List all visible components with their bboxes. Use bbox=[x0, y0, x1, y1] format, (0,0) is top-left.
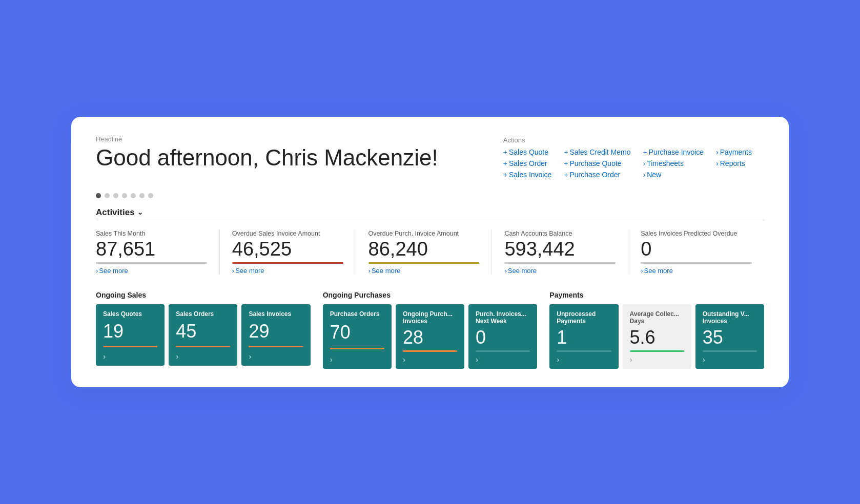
card-ongoing-purch-invoices-chevron-icon: › bbox=[403, 355, 457, 364]
card-ongoing-purch-invoices-bar bbox=[403, 350, 457, 352]
card-purchase-orders-value: 70 bbox=[330, 322, 384, 343]
card-ongoing-purch-invoices-label: Ongoing Purch... Invoices bbox=[403, 310, 457, 325]
metric-bar-1 bbox=[232, 262, 343, 264]
card-unprocessed-payments-bar bbox=[557, 350, 611, 352]
card-avg-coll-days-value: 5.6 bbox=[630, 327, 684, 348]
action-sales-credit-memo[interactable]: +Sales Credit Memo bbox=[564, 148, 630, 156]
card-outstanding-vendor-chevron-icon: › bbox=[703, 355, 757, 364]
card-unprocessed-payments-value: 1 bbox=[557, 327, 611, 348]
metric-bar-3 bbox=[504, 262, 616, 264]
activities-section: Activities ⌄ Sales This Month 87,651 ›Se… bbox=[96, 207, 764, 275]
action-sales-quote[interactable]: +Sales Quote bbox=[503, 148, 551, 156]
card-sales-invoices-bar bbox=[249, 346, 303, 347]
card-purchase-orders-chevron-icon: › bbox=[330, 355, 384, 364]
ongoing-sales-section: Ongoing Sales Sales Quotes 19 › Sales Or… bbox=[96, 291, 311, 369]
card-sales-invoices-chevron-icon: › bbox=[249, 352, 303, 361]
action-timesheets[interactable]: ›Timesheets bbox=[643, 159, 704, 167]
metric-sales-predicted: Sales Invoices Predicted Overdue 0 ›See … bbox=[641, 229, 764, 275]
ongoing-purchases-section: Ongoing Purchases Purchase Orders 70 › O… bbox=[323, 291, 538, 369]
card-outstanding-vendor-invoices[interactable]: Outstanding V... Invoices 35 › bbox=[695, 304, 764, 369]
pagination-dots bbox=[96, 193, 764, 198]
card-purch-invoices-next-week-value: 0 bbox=[476, 327, 530, 348]
card-purch-invoices-next-week-label: Purch. Invoices... Next Week bbox=[476, 310, 530, 325]
payments-section: Payments Unprocessed Payments 1 › Averag… bbox=[549, 291, 764, 369]
activities-chevron-down-icon[interactable]: ⌄ bbox=[137, 208, 143, 216]
card-sales-orders-label: Sales Orders bbox=[176, 310, 230, 318]
action-sales-invoice[interactable]: +Sales Invoice bbox=[503, 171, 551, 179]
metric-value-4: 0 bbox=[641, 239, 752, 260]
action-reports[interactable]: ›Reports bbox=[716, 159, 752, 167]
metric-value-2: 86,240 bbox=[368, 239, 480, 260]
card-unprocessed-payments-chevron-icon: › bbox=[557, 355, 611, 364]
card-average-collection-days[interactable]: Average Collec... Days 5.6 › bbox=[623, 304, 691, 369]
dot-1[interactable] bbox=[96, 193, 101, 198]
see-more-2[interactable]: ›See more bbox=[368, 267, 480, 275]
dot-5[interactable] bbox=[131, 193, 136, 198]
card-avg-coll-days-chevron-icon: › bbox=[630, 355, 684, 364]
action-payments[interactable]: ›Payments bbox=[716, 148, 752, 156]
ongoing-sales-cards: Sales Quotes 19 › Sales Orders 45 › Sale… bbox=[96, 304, 311, 366]
metric-label-3: Cash Accounts Balance bbox=[504, 229, 616, 238]
card-sales-orders-chevron-icon: › bbox=[176, 352, 230, 361]
dot-4[interactable] bbox=[122, 193, 127, 198]
action-sales-order[interactable]: +Sales Order bbox=[503, 159, 551, 167]
metric-value-0: 87,651 bbox=[96, 239, 207, 260]
actions-label: Actions bbox=[503, 136, 764, 144]
actions-col-3: +Purchase Invoice ›Timesheets ›New bbox=[643, 148, 716, 179]
greeting-text: Good afternoon, Chris Mackenzie! bbox=[96, 145, 438, 171]
dot-3[interactable] bbox=[113, 193, 118, 198]
metric-value-3: 593,442 bbox=[504, 239, 616, 260]
card-outstanding-vendor-bar bbox=[703, 350, 757, 352]
card-avg-coll-days-bar bbox=[630, 350, 684, 352]
card-ongoing-purch-invoices-value: 28 bbox=[403, 327, 457, 348]
metric-value-1: 46,525 bbox=[232, 239, 343, 260]
see-more-1[interactable]: ›See more bbox=[232, 267, 343, 275]
card-outstanding-vendor-label: Outstanding V... Invoices bbox=[703, 310, 757, 325]
card-sales-orders-bar bbox=[176, 346, 230, 347]
metric-cash-accounts: Cash Accounts Balance 593,442 ›See more bbox=[504, 229, 628, 275]
action-purchase-order[interactable]: +Purchase Order bbox=[564, 171, 630, 179]
metric-bar-0 bbox=[96, 262, 207, 264]
card-sales-invoices-value: 29 bbox=[249, 321, 303, 342]
card-purch-invoices-next-week[interactable]: Purch. Invoices... Next Week 0 › bbox=[468, 304, 537, 369]
card-sales-invoices[interactable]: Sales Invoices 29 › bbox=[241, 304, 310, 366]
card-unprocessed-payments[interactable]: Unprocessed Payments 1 › bbox=[549, 304, 618, 369]
actions-col-4: ›Payments ›Reports bbox=[716, 148, 764, 179]
metric-bar-2 bbox=[368, 262, 480, 264]
dot-7[interactable] bbox=[148, 193, 153, 198]
metric-sales-this-month: Sales This Month 87,651 ›See more bbox=[96, 229, 220, 275]
card-purch-invoices-next-week-bar bbox=[476, 350, 530, 352]
actions-grid: +Sales Quote +Sales Order +Sales Invoice… bbox=[503, 148, 764, 179]
card-sales-orders[interactable]: Sales Orders 45 › bbox=[169, 304, 237, 366]
payments-title: Payments bbox=[549, 291, 764, 299]
dot-6[interactable] bbox=[139, 193, 145, 198]
card-sales-quotes-chevron-icon: › bbox=[103, 352, 157, 361]
metric-label-0: Sales This Month bbox=[96, 229, 207, 238]
card-purch-invoices-next-week-chevron-icon: › bbox=[476, 355, 530, 364]
metric-label-1: Overdue Sales Invoice Amount bbox=[232, 229, 343, 238]
card-purchase-orders[interactable]: Purchase Orders 70 › bbox=[323, 304, 392, 369]
actions-panel: Actions +Sales Quote +Sales Order +Sales… bbox=[503, 135, 764, 179]
metric-overdue-purch: Overdue Purch. Invoice Amount 86,240 ›Se… bbox=[368, 229, 493, 275]
see-more-3[interactable]: ›See more bbox=[504, 267, 616, 275]
ongoing-purchases-title: Ongoing Purchases bbox=[323, 291, 538, 299]
action-purchase-invoice[interactable]: +Purchase Invoice bbox=[643, 148, 704, 156]
card-outstanding-vendor-value: 35 bbox=[703, 327, 757, 348]
card-sales-quotes[interactable]: Sales Quotes 19 › bbox=[96, 304, 165, 366]
action-purchase-quote[interactable]: +Purchase Quote bbox=[564, 159, 630, 167]
action-new[interactable]: ›New bbox=[643, 171, 704, 179]
dot-2[interactable] bbox=[105, 193, 110, 198]
headline-label: Headline bbox=[96, 135, 438, 143]
see-more-4[interactable]: ›See more bbox=[641, 267, 752, 275]
headline-section: Headline Good afternoon, Chris Mackenzie… bbox=[96, 135, 438, 175]
metric-bar-4 bbox=[641, 262, 752, 264]
actions-col-2: +Sales Credit Memo +Purchase Quote +Purc… bbox=[564, 148, 643, 179]
card-ongoing-purch-invoices[interactable]: Ongoing Purch... Invoices 28 › bbox=[396, 304, 464, 369]
payments-cards: Unprocessed Payments 1 › Average Collec.… bbox=[549, 304, 764, 369]
see-more-0[interactable]: ›See more bbox=[96, 267, 207, 275]
metric-overdue-sales: Overdue Sales Invoice Amount 46,525 ›See… bbox=[232, 229, 356, 275]
ongoing-purchases-cards: Purchase Orders 70 › Ongoing Purch... In… bbox=[323, 304, 538, 369]
card-sales-invoices-label: Sales Invoices bbox=[249, 310, 303, 318]
card-sales-quotes-label: Sales Quotes bbox=[103, 310, 157, 318]
cards-sections-row: Ongoing Sales Sales Quotes 19 › Sales Or… bbox=[96, 291, 764, 369]
